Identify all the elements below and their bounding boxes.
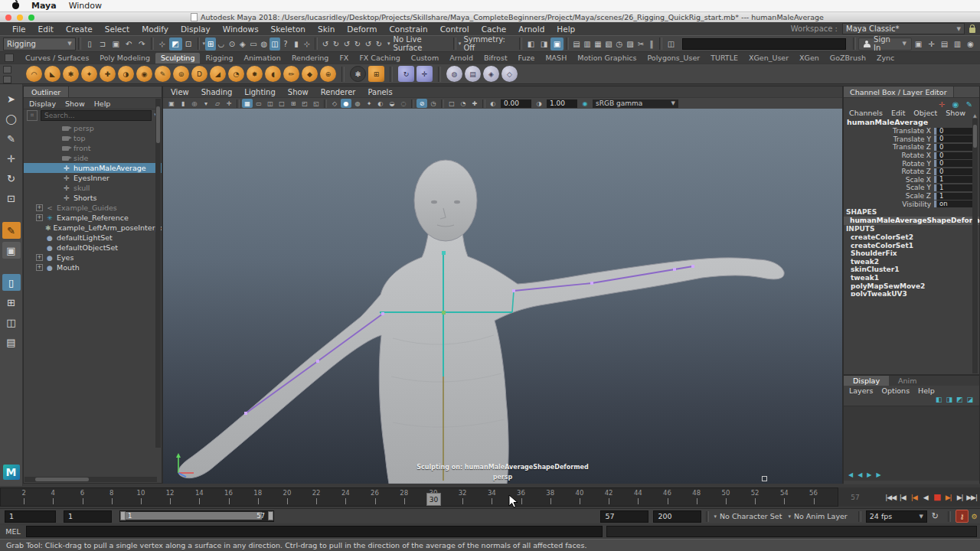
new-layer-selected-icon[interactable]: ◨: [946, 396, 952, 406]
shadows-icon[interactable]: ◐: [375, 99, 386, 108]
fill-tool-icon[interactable]: ✸: [247, 66, 263, 82]
layer-move-prev-icon[interactable]: ◀: [858, 471, 862, 478]
viewport-menu-panels[interactable]: Panels: [368, 88, 392, 96]
menu-file[interactable]: File: [6, 24, 32, 34]
shelf-side-buttons[interactable]: [3, 66, 11, 83]
expand-icon[interactable]: +: [36, 214, 43, 221]
select-tool-icon[interactable]: ➤: [2, 90, 21, 107]
input-node-polytweakuv3[interactable]: polyTweakUV3: [844, 290, 979, 296]
shelf-tab-fx-caching[interactable]: FX Caching: [354, 53, 405, 64]
menu-help[interactable]: Help: [550, 24, 581, 34]
animation-start-field[interactable]: 1: [5, 510, 56, 523]
four-pane-layout-icon[interactable]: ⊞: [2, 294, 21, 311]
select-object-icon[interactable]: ◩: [169, 37, 182, 51]
tool-settings-toggle-icon[interactable]: ◉: [964, 37, 977, 51]
outliner-item-eyes[interactable]: +●Eyes: [24, 253, 162, 262]
outliner-item-mouth[interactable]: +●Mouth: [24, 262, 162, 272]
shelf-tab-rendering[interactable]: Rendering: [286, 53, 335, 64]
snap-to-grid-icon[interactable]: ⊞: [205, 37, 216, 51]
attribute-value-field[interactable]: 1: [937, 176, 976, 183]
shelf-tab-xgen[interactable]: XGen: [794, 53, 825, 64]
motion-blur-icon[interactable]: ◌: [398, 99, 409, 108]
human-male-model[interactable]: [163, 109, 842, 484]
last-tool-icon[interactable]: ▣: [2, 242, 21, 259]
relax-tool-icon[interactable]: ✱: [63, 66, 79, 82]
outliner-menu-help[interactable]: Help: [94, 99, 111, 108]
occlusion-icon[interactable]: ◒: [387, 99, 397, 108]
smooth-shade-icon[interactable]: ●: [341, 99, 351, 108]
auto-keyframe-icon[interactable]: ⚷: [956, 510, 969, 523]
imprint-tool-icon[interactable]: D: [191, 66, 207, 82]
menu-arnold[interactable]: Arnold: [512, 24, 550, 34]
channel-menu-channels[interactable]: Channels: [849, 109, 883, 117]
render-current-frame-icon[interactable]: ◨: [537, 37, 550, 51]
smooth-tool-icon[interactable]: ◣: [44, 66, 60, 82]
shelf-tab-mash[interactable]: MASH: [540, 53, 572, 64]
search-filter-icon[interactable]: ⌗: [27, 110, 38, 121]
menu-modify[interactable]: Modify: [136, 24, 175, 34]
step-forward-frame-button[interactable]: ▶|: [955, 491, 965, 504]
move-tool-icon[interactable]: ✛: [2, 150, 21, 167]
attribute-value-field[interactable]: 1: [937, 193, 976, 200]
render-settings-icon[interactable]: ◫: [665, 37, 678, 51]
shelf-tab-curves-surfaces[interactable]: Curves / Surfaces: [20, 53, 94, 64]
range-end-handle[interactable]: [268, 511, 273, 520]
step-forward-key-button[interactable]: ▶|: [943, 491, 953, 504]
channel-box-tab[interactable]: Channel Box / Layer Editor: [844, 86, 954, 97]
viewport-menu-lighting[interactable]: Lighting: [244, 88, 275, 96]
clone-target-icon[interactable]: ◍: [446, 66, 462, 82]
menu-control[interactable]: Control: [434, 24, 475, 34]
scale-tool-icon[interactable]: ⊡: [2, 190, 21, 207]
playback-start-field[interactable]: 1: [64, 510, 112, 523]
inputs-to-selected-icon[interactable]: ↺: [320, 37, 331, 51]
gamma-icon[interactable]: ◑: [534, 99, 544, 108]
expand-icon[interactable]: +: [36, 264, 43, 271]
expand-icon[interactable]: +: [36, 204, 43, 211]
exposure-icon[interactable]: ◐: [488, 99, 498, 108]
repeat-tool-icon[interactable]: ⊚: [173, 66, 189, 82]
menu-display[interactable]: Display: [175, 24, 217, 34]
outliner-item-example_leftarm_poseinterpolator[interactable]: ✱Example_LeftArm_poseInterpolator: [24, 223, 162, 233]
channel-box-object-name[interactable]: humanMaleAverage: [844, 118, 979, 127]
input-connections-icon[interactable]: ↺: [341, 37, 352, 51]
go-to-end-button[interactable]: ▶▶|: [966, 491, 977, 504]
make-live-icon[interactable]: ◍: [259, 37, 270, 51]
construction-history-icon[interactable]: ↺: [363, 37, 374, 51]
bulge-tool-icon[interactable]: ◆: [302, 66, 318, 82]
erase-target-icon[interactable]: ◇: [501, 66, 518, 82]
scrape-tool-icon[interactable]: ◔: [228, 66, 244, 82]
render-frame-icon[interactable]: ▤: [571, 37, 582, 51]
shelf-tab-zync[interactable]: Zync: [871, 53, 900, 64]
image-plane-icon[interactable]: ▱: [212, 99, 223, 108]
chevron-down-icon[interactable]: ▾: [714, 514, 717, 520]
outliner-vertical-scrollbar[interactable]: [155, 99, 161, 448]
snap-together-icon[interactable]: ◫: [270, 37, 280, 51]
field-chart-icon[interactable]: ⊞: [288, 99, 299, 108]
safe-title-icon[interactable]: ◱: [311, 99, 322, 108]
outliner-item-eyesinner[interactable]: ✛EyesInner: [24, 173, 162, 183]
outliner-item-persp[interactable]: persp: [24, 123, 162, 133]
knife-tool-icon[interactable]: ◖: [265, 66, 281, 82]
character-set-select[interactable]: No Character Set: [720, 512, 782, 520]
go-to-start-button[interactable]: |◀◀: [885, 491, 896, 504]
shelf-tab-xgen-user[interactable]: XGen_User: [743, 53, 794, 64]
playback-end-field[interactable]: 57: [600, 510, 648, 523]
render-time-icon[interactable]: ◷: [614, 37, 625, 51]
layer-menu-help[interactable]: Help: [918, 386, 935, 395]
node-connections-icon[interactable]: ↻: [374, 37, 384, 51]
new-empty-layer-icon[interactable]: ◧: [936, 396, 942, 406]
outliner-item-example_reference[interactable]: +✳Example_Reference: [24, 213, 162, 223]
grab-tool-icon[interactable]: ✦: [81, 66, 97, 82]
camera-attributes-icon[interactable]: ◎: [189, 99, 200, 108]
active-sculpt-tool-icon[interactable]: ✎: [2, 222, 21, 239]
outliner-item-top[interactable]: top: [24, 133, 162, 143]
viewport-menu-view[interactable]: View: [171, 88, 189, 96]
input-node-skincluster1[interactable]: skinCluster1: [844, 266, 979, 274]
wax-tool-icon[interactable]: ◢: [210, 66, 226, 82]
rotate-tool-icon[interactable]: ↻: [2, 170, 21, 187]
attribute-value-field[interactable]: 0: [937, 152, 976, 159]
bookmarks-icon[interactable]: ▾: [201, 99, 211, 108]
play-backwards-button[interactable]: ◀: [920, 491, 930, 504]
unfreeze-tool-icon[interactable]: ⊞: [368, 66, 384, 82]
save-scene-icon[interactable]: ▣: [109, 37, 122, 51]
